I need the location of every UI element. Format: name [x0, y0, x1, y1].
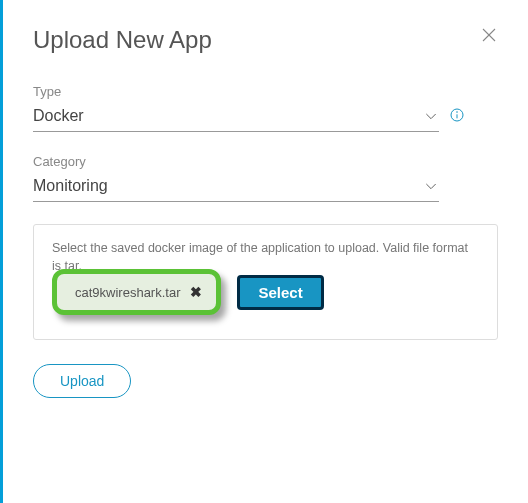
category-value: Monitoring	[33, 175, 423, 197]
select-button[interactable]: Select	[237, 275, 323, 310]
type-select[interactable]: Docker	[33, 105, 439, 132]
category-select[interactable]: Monitoring	[33, 175, 439, 202]
file-row: cat9kwireshark.tar ✖ Select	[52, 275, 479, 315]
chevron-down-icon	[423, 108, 439, 124]
svg-point-4	[457, 112, 458, 113]
type-value: Docker	[33, 105, 423, 127]
close-icon[interactable]	[480, 26, 498, 44]
field-type: Type Docker	[33, 84, 498, 132]
upload-box: Select the saved docker image of the app…	[33, 224, 498, 340]
type-label: Type	[33, 84, 498, 99]
field-category: Category Monitoring	[33, 154, 498, 202]
chevron-down-icon	[423, 178, 439, 194]
selected-file-chip: cat9kwireshark.tar ✖	[52, 269, 221, 315]
category-label: Category	[33, 154, 498, 169]
upload-new-app-dialog: Upload New App Type Docker Category Moni	[0, 0, 528, 503]
info-icon[interactable]	[449, 107, 465, 123]
remove-file-icon[interactable]: ✖	[190, 284, 202, 300]
upload-button[interactable]: Upload	[33, 364, 131, 398]
file-name: cat9kwireshark.tar	[75, 285, 180, 300]
dialog-title: Upload New App	[33, 26, 498, 54]
